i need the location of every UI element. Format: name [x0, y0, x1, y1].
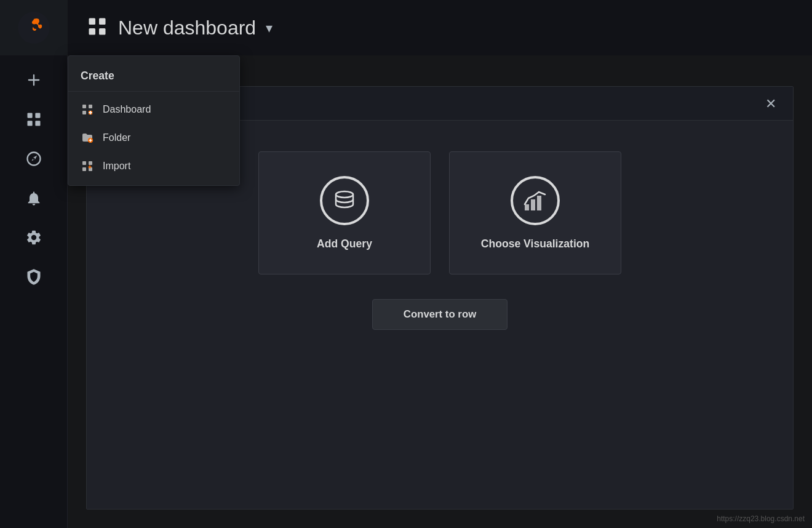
- sidebar-item-shield[interactable]: [0, 258, 67, 295]
- svg-point-1: [33, 24, 38, 29]
- watermark: https://zzq23.blog.csdn.net: [717, 514, 805, 523]
- sidebar-add-button[interactable]: [0, 62, 67, 98]
- panel-close-button[interactable]: ✕: [760, 92, 782, 114]
- query-circle-icon: [320, 176, 369, 225]
- sidebar-item-configuration[interactable]: [0, 219, 67, 256]
- plus-icon: [25, 71, 42, 89]
- sidebar-logo[interactable]: [0, 0, 68, 55]
- add-query-label: Add Query: [317, 238, 372, 250]
- dropdown-header: Create: [68, 61, 239, 92]
- svg-point-16: [336, 191, 353, 198]
- svg-rect-6: [89, 18, 96, 25]
- explore-icon: [25, 150, 42, 167]
- svg-rect-5: [35, 121, 40, 126]
- sidebar-icons: [0, 55, 67, 295]
- svg-rect-4: [27, 121, 32, 126]
- close-icon: ✕: [765, 95, 776, 112]
- bell-icon: [25, 190, 42, 207]
- svg-rect-30: [89, 161, 92, 165]
- grafana-logo-icon: [18, 12, 50, 44]
- grid-icon: [86, 15, 108, 38]
- add-query-card[interactable]: Add Query: [258, 151, 431, 274]
- dropdown-dashboard-label: Dashboard: [103, 104, 151, 115]
- svg-rect-29: [82, 161, 86, 165]
- svg-rect-9: [99, 28, 106, 35]
- visualization-circle-icon: [511, 176, 560, 225]
- svg-rect-7: [99, 18, 106, 25]
- database-icon: [331, 187, 358, 214]
- sidebar-item-alerting[interactable]: [0, 180, 67, 217]
- dropdown-item-import[interactable]: Import: [68, 152, 239, 180]
- folder-create-icon: [81, 131, 94, 145]
- sidebar: [0, 0, 68, 528]
- action-cards-container: Add Query Choose Visualization: [258, 151, 621, 274]
- shield-icon: [25, 268, 42, 286]
- import-create-icon: [81, 159, 94, 173]
- dropdown-folder-label: Folder: [103, 132, 130, 143]
- create-dropdown-menu: Create Dashboard Folder: [68, 55, 240, 186]
- dashboard-create-icon: [81, 103, 94, 116]
- svg-rect-3: [35, 113, 40, 118]
- gear-icon: [25, 229, 42, 246]
- sidebar-item-dashboards[interactable]: [0, 101, 67, 138]
- dropdown-item-folder[interactable]: Folder: [68, 124, 239, 152]
- sidebar-item-explore[interactable]: [0, 140, 67, 177]
- page-title: New dashboard: [118, 17, 256, 39]
- dropdown-import-label: Import: [103, 161, 130, 172]
- topbar: New dashboard ▾: [68, 0, 812, 55]
- svg-rect-22: [82, 111, 86, 114]
- svg-rect-17: [525, 204, 529, 210]
- title-chevron-icon[interactable]: ▾: [266, 20, 273, 36]
- choose-visualization-card[interactable]: Choose Visualization: [449, 151, 621, 274]
- import-icon: [81, 160, 94, 172]
- convert-to-row-button[interactable]: Convert to row: [372, 299, 507, 330]
- svg-rect-21: [89, 105, 92, 108]
- dashboard-icon: [81, 103, 94, 116]
- svg-rect-19: [537, 196, 541, 210]
- choose-visualization-label: Choose Visualization: [481, 238, 590, 250]
- dropdown-item-dashboard[interactable]: Dashboard: [68, 95, 239, 124]
- dashboard-grid-icon: [86, 15, 108, 40]
- svg-rect-2: [27, 113, 32, 118]
- dashboards-icon: [25, 111, 42, 128]
- folder-icon: [81, 132, 94, 144]
- svg-rect-8: [89, 28, 96, 35]
- svg-rect-31: [82, 167, 86, 171]
- chart-icon: [522, 187, 549, 214]
- svg-rect-18: [531, 199, 535, 210]
- svg-rect-20: [82, 105, 86, 108]
